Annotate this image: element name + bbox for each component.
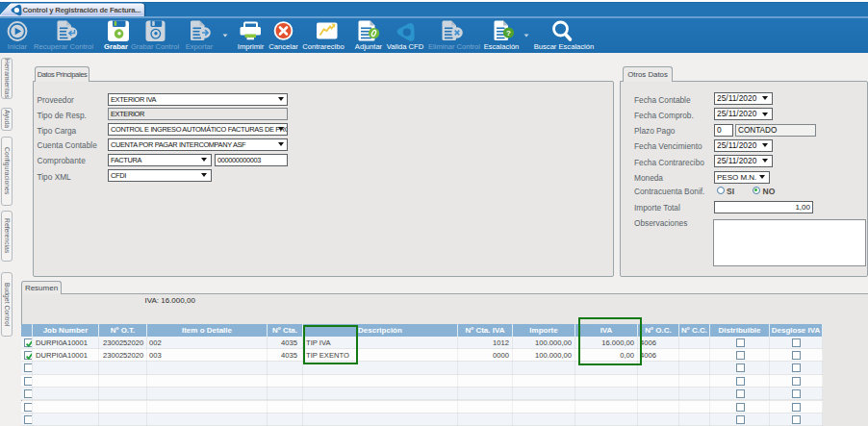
svg-text:?: ? — [506, 29, 511, 38]
